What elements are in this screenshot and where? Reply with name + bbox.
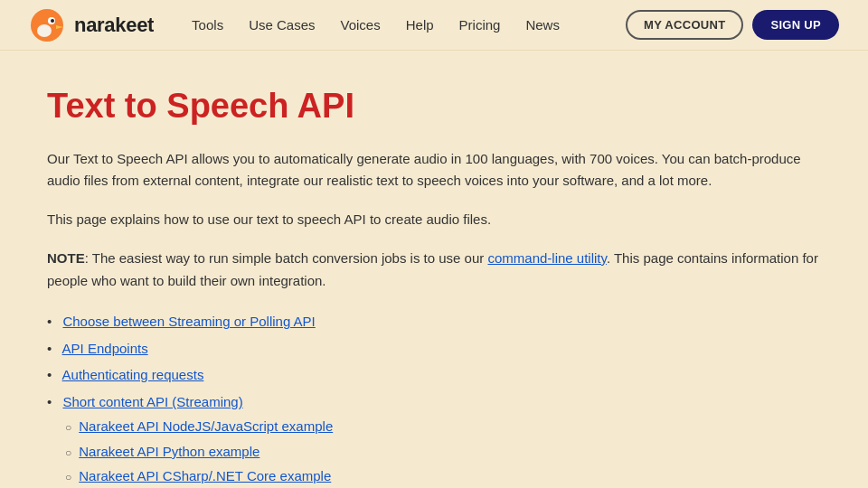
brand-name: narakeet <box>74 14 154 37</box>
logo-area[interactable]: narakeet <box>29 7 154 43</box>
nav-pricing[interactable]: Pricing <box>450 12 510 38</box>
note-line: NOTE: The easiest way to run simple batc… <box>47 248 821 293</box>
explains-paragraph: This page explains how to use our text t… <box>47 209 821 231</box>
toc-sub-link-3-2[interactable]: Narakeet API CSharp/.NET Core example <box>79 468 331 483</box>
toc-item-2: Authenticating requests <box>47 363 821 387</box>
toc-sub-link-3-0[interactable]: Narakeet API NodeJS/JavaScript example <box>79 418 333 434</box>
toc-sub-3-1: Narakeet API Python example <box>65 440 821 464</box>
nav-help[interactable]: Help <box>397 12 443 38</box>
toc-link-3[interactable]: Short content API (Streaming) <box>62 394 242 409</box>
note-label: NOTE <box>47 250 85 266</box>
nav-tools[interactable]: Tools <box>183 12 232 38</box>
toc-sublist-3: Narakeet API NodeJS/JavaScript example N… <box>65 415 821 488</box>
toc-item-1: API Endpoints <box>47 337 821 361</box>
svg-point-2 <box>51 19 54 23</box>
my-account-button[interactable]: MY ACCOUNT <box>626 10 743 40</box>
navbar-right: MY ACCOUNT SIGN UP <box>626 10 839 40</box>
toc-item-0: Choose between Streaming or Polling API <box>47 310 821 333</box>
narakeet-logo-icon <box>29 7 65 43</box>
intro-paragraph: Our Text to Speech API allows you to aut… <box>47 148 821 193</box>
toc-link-1[interactable]: API Endpoints <box>62 341 148 356</box>
navbar-left: narakeet Tools Use Cases Voices Help Pri… <box>29 7 569 43</box>
toc-item-3: Short content API (Streaming) Narakeet A… <box>47 390 821 488</box>
svg-point-4 <box>37 24 52 37</box>
main-content: Text to Speech API Our Text to Speech AP… <box>18 51 850 488</box>
toc-list: Choose between Streaming or Polling API … <box>47 310 821 488</box>
nav-links: Tools Use Cases Voices Help Pricing News <box>183 12 569 38</box>
navbar: narakeet Tools Use Cases Voices Help Pri… <box>0 0 868 51</box>
toc-link-2[interactable]: Authenticating requests <box>62 367 204 382</box>
sign-up-button[interactable]: SIGN UP <box>752 10 839 40</box>
nav-use-cases[interactable]: Use Cases <box>240 12 324 38</box>
note-text: : The easiest way to run simple batch co… <box>85 250 488 266</box>
command-line-utility-link[interactable]: command-line utility <box>487 250 606 266</box>
toc-link-0[interactable]: Choose between Streaming or Polling API <box>62 314 315 329</box>
page-title: Text to Speech API <box>47 87 821 127</box>
toc-sub-3-0: Narakeet API NodeJS/JavaScript example <box>65 415 821 438</box>
toc-sub-3-2: Narakeet API CSharp/.NET Core example <box>65 465 821 488</box>
nav-news[interactable]: News <box>516 12 569 38</box>
toc-sub-link-3-1[interactable]: Narakeet API Python example <box>79 444 259 459</box>
nav-voices[interactable]: Voices <box>332 12 390 38</box>
